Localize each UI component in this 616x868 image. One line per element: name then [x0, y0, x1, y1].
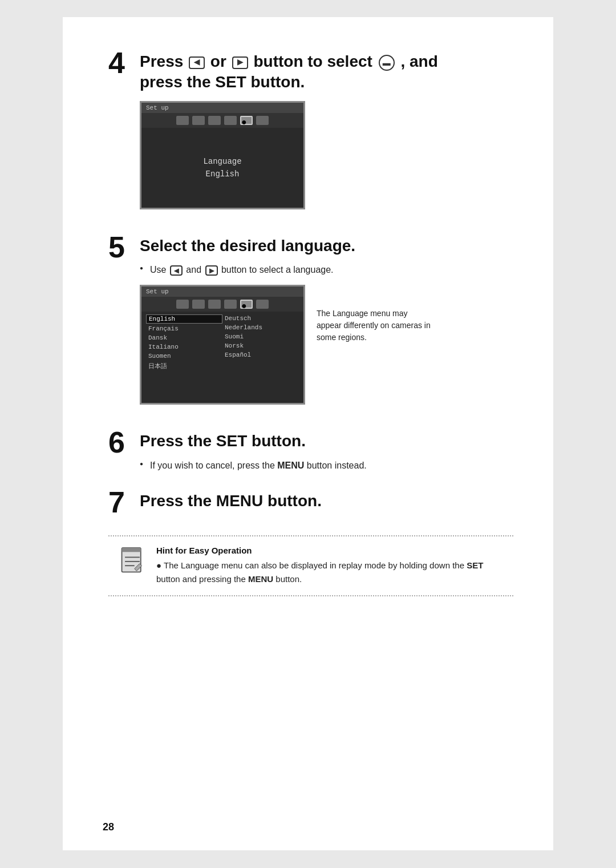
- step-4-title: Press ◀ or ▶ button to select ▬ , and pr…: [140, 51, 513, 93]
- left-button-icon: ◀: [189, 56, 205, 69]
- right-button-icon: ▶: [232, 56, 248, 69]
- lang-suomi: Suomi: [222, 333, 299, 341]
- step-6-title: Press the SET button.: [140, 431, 513, 451]
- hint-text: ● The Language menu can also be displaye…: [156, 559, 504, 586]
- step-4-title-line2: press the SET button.: [140, 73, 305, 91]
- step-5-title: Select the desired language.: [140, 236, 513, 256]
- step-6-number: 6: [108, 427, 140, 457]
- right-button-icon-2: ▶: [205, 265, 218, 276]
- step-5-select-text: button to select a language.: [221, 265, 334, 274]
- lcd-2-sidenote: The Language menu may appear differently…: [317, 308, 431, 344]
- lcd-1-title: Set up: [141, 103, 303, 113]
- lcd-2-icon-6: [256, 300, 269, 309]
- step-4-select-text: button to select: [253, 53, 376, 70]
- step-7-title: Press the MENU button.: [140, 491, 513, 511]
- step-7-number: 7: [108, 487, 140, 517]
- hint-set-bold: SET: [467, 560, 483, 570]
- hint-text-mid: button and pressing the: [156, 574, 248, 584]
- step-6-cancel-post: button instead.: [307, 461, 367, 470]
- lcd-1-menu: Language English: [141, 128, 303, 208]
- step-4: 4 Press ◀ or ▶ button to select ▬ , and …: [108, 51, 513, 220]
- hint-text-post: button.: [275, 574, 302, 584]
- hint-bullet: ●: [156, 560, 164, 570]
- hint-box: Hint for Easy Operation ● The Language m…: [108, 535, 513, 596]
- lcd-2-icon-3: [208, 300, 221, 309]
- lang-norsk: Norsk: [222, 342, 299, 350]
- step-7: 7 Press the MENU button.: [108, 491, 513, 518]
- lcd-screen-1-wrap: Set up ● Language English: [140, 101, 513, 209]
- lcd-lang-col-2: Deutsch Nederlands Suomi Norsk Español: [222, 314, 299, 371]
- step-5-number: 5: [108, 232, 140, 262]
- lcd-icon-1: [176, 116, 189, 125]
- hint-icon: [117, 546, 147, 575]
- lcd-1-menu-item-1: Language: [203, 157, 241, 166]
- hint-text-pre: The Language menu can also be displayed …: [164, 560, 467, 570]
- lcd-screen-1: Set up ● Language English: [140, 101, 305, 209]
- step-4-press-text: Press: [140, 53, 188, 70]
- lcd-1-menu-item-2: English: [206, 169, 240, 179]
- step-4-or-text: or: [210, 53, 231, 70]
- lang-dansk: Dansk: [146, 334, 222, 342]
- svg-rect-1: [122, 548, 141, 552]
- lcd-1-icon-row: ●: [141, 113, 303, 128]
- lang-english: English: [146, 314, 222, 324]
- hint-svg-icon: [119, 547, 146, 574]
- step-5-and-text: and: [186, 265, 204, 274]
- lcd-screen-2: Set up ● English Français Dansk: [140, 285, 305, 405]
- lcd-icon-2: [192, 116, 205, 125]
- step-5: 5 Select the desired language. Use ◀ and…: [108, 236, 513, 415]
- step-5-bullet-1: Use ◀ and ▶ button to select a language.: [140, 263, 513, 277]
- step-5-bullets: Use ◀ and ▶ button to select a language.: [140, 263, 513, 277]
- step-6: 6 Press the SET button. If you wish to c…: [108, 431, 513, 474]
- lcd-icon-6: [256, 116, 269, 125]
- left-button-icon-2: ◀: [170, 265, 183, 276]
- hint-menu-bold: MENU: [248, 574, 273, 584]
- lcd-2-icon-2: [192, 300, 205, 309]
- manual-page: 4 Press ◀ or ▶ button to select ▬ , and …: [63, 17, 553, 850]
- lcd-lang-col-1: English Français Dansk Italiano Suomen 日…: [146, 314, 222, 371]
- hint-title: Hint for Easy Operation: [156, 546, 504, 555]
- set-icon: ▬: [379, 55, 395, 71]
- step-7-content: Press the MENU button.: [140, 491, 513, 518]
- step-6-content: Press the SET button. If you wish to can…: [140, 431, 513, 474]
- lcd-2-lang-grid: English Français Dansk Italiano Suomen 日…: [141, 314, 303, 371]
- lang-espanol: Español: [222, 351, 299, 359]
- lang-nederlands: Nederlands: [222, 324, 299, 332]
- step-6-bullet-1: If you wish to cancel, press the MENU bu…: [140, 459, 513, 473]
- lcd-2-icon-row: ●: [141, 297, 303, 312]
- lcd-screen-2-wrap: Set up ● English Français Dansk: [140, 285, 513, 405]
- step-5-content: Select the desired language. Use ◀ and ▶…: [140, 236, 513, 415]
- lcd-icon-5-active: ●: [240, 116, 253, 125]
- lang-suomen: Suomen: [146, 352, 222, 360]
- lcd-2-title: Set up: [141, 286, 303, 297]
- step-6-menu-bold: MENU: [277, 461, 304, 470]
- lang-deutsch: Deutsch: [222, 314, 299, 322]
- lcd-2-icon-1: [176, 300, 189, 309]
- step-5-use-text: Use: [150, 265, 169, 274]
- lang-francais: Français: [146, 325, 222, 333]
- step-4-and-text: , and: [400, 53, 437, 70]
- hint-content: Hint for Easy Operation ● The Language m…: [156, 546, 504, 586]
- lcd-2-icon-5-active: ●: [240, 300, 253, 309]
- lang-italiano: Italiano: [146, 343, 222, 351]
- page-number: 28: [103, 821, 114, 833]
- lang-japanese: 日本語: [146, 361, 222, 371]
- step-6-bullets: If you wish to cancel, press the MENU bu…: [140, 459, 513, 473]
- step-4-number: 4: [108, 48, 140, 78]
- lcd-icon-4: [224, 116, 237, 125]
- lcd-icon-3: [208, 116, 221, 125]
- step-4-content: Press ◀ or ▶ button to select ▬ , and pr…: [140, 51, 513, 220]
- step-6-cancel-pre: If you wish to cancel, press the: [150, 461, 277, 470]
- lcd-2-icon-4: [224, 300, 237, 309]
